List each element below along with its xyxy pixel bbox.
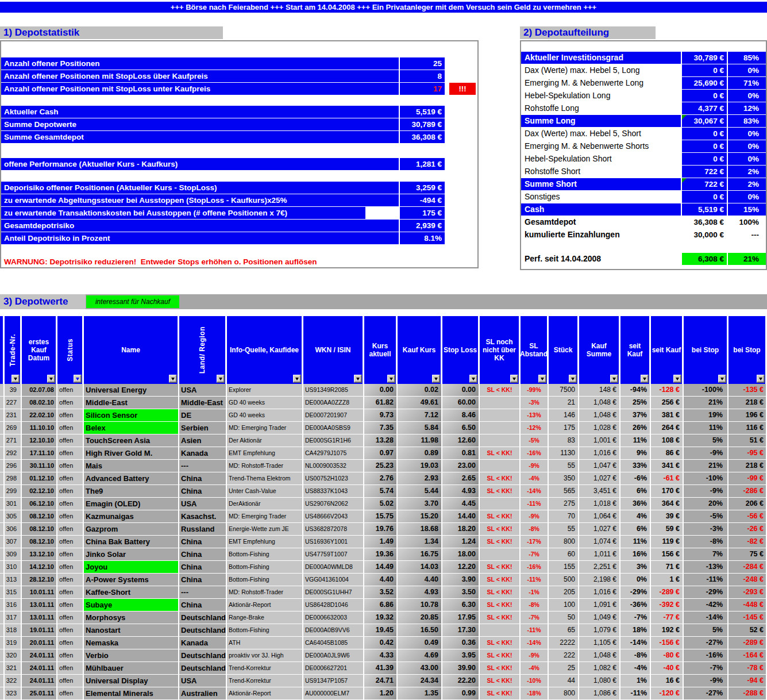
alloc-percent-cell[interactable]: 21% [728, 253, 766, 265]
cell-info-quelle[interactable]: DerAktionär [227, 498, 303, 510]
cell-sl-warnung[interactable]: SL < KK! [480, 384, 521, 397]
cell-bei-stop-pct[interactable]: 7% [684, 548, 729, 561]
cell-bei-stop-eur[interactable]: -82 € [729, 536, 767, 548]
cell-land-region[interactable]: Deutschland [179, 662, 227, 675]
cell-bei-stop-eur[interactable]: -56 € [729, 510, 767, 523]
header-cell-name[interactable]: Name [84, 316, 179, 384]
cell-seit-kauf-eur[interactable]: 170 € [651, 485, 684, 498]
cell-land-region[interactable]: Deutschland [179, 649, 227, 662]
header-cell-sl-warnung[interactable]: SL noch nicht über KK [480, 316, 521, 384]
cell-seit-kauf-eur[interactable]: 256 € [651, 397, 684, 409]
cell-bei-stop-pct[interactable]: -16% [684, 649, 729, 662]
alloc-label-cell[interactable]: Summe Long [521, 115, 681, 127]
alloc-percent-cell[interactable]: 12% [728, 102, 766, 114]
cell-kauf-summe[interactable]: 1,011 € [579, 548, 620, 561]
stat-label-cell[interactable]: Anzahl offener Positionen mit StopLoss u… [1, 83, 399, 95]
header-cell-kauf-summe[interactable]: Kauf Summe [579, 316, 620, 384]
cell-seit-kauf-eur[interactable]: 381 € [651, 409, 684, 422]
alloc-percent-cell[interactable]: 85% [728, 52, 766, 64]
cell-wkn-isin[interactable]: US29076N2062 [303, 498, 364, 510]
cell-bei-stop-eur[interactable]: -94 € [729, 675, 767, 687]
cell-land-region[interactable]: Australien [179, 687, 227, 700]
cell-wkn-isin[interactable]: US91347P1057 [303, 675, 364, 687]
cell-kauf-datum[interactable]: 02.12.10 [22, 485, 57, 498]
cell-sl-warnung[interactable]: SL < KK! [480, 611, 521, 624]
cell-kauf-datum[interactable]: 24.01.11 [22, 662, 57, 675]
alloc-value-cell[interactable]: 30,789 € [682, 52, 727, 64]
cell-seit-kauf-pct[interactable]: -4% [620, 662, 651, 675]
cell-sl-abstand[interactable]: -12% [521, 422, 549, 434]
cell-stop-loss[interactable]: 6.50 [442, 422, 480, 434]
cell-kauf-summe[interactable]: 1,028 € [579, 422, 620, 434]
cell-empty[interactable] [0, 397, 5, 409]
cell-seit-kauf-eur[interactable]: -128 € [651, 384, 684, 397]
cell-seit-kauf-pct[interactable]: -29% [620, 586, 651, 599]
cell-sl-warnung[interactable]: SL < KK! [480, 687, 521, 700]
cell-bei-stop-pct[interactable]: -9% [684, 675, 729, 687]
header-cell-info-quelle[interactable]: Info-Quelle, Kaufidee [227, 316, 303, 384]
alloc-label-cell[interactable]: Rohstoffe Long [521, 102, 681, 114]
cell-stop-loss[interactable]: 0.99 [442, 687, 480, 700]
cell-bei-stop-pct[interactable]: 19% [684, 409, 729, 422]
cell-bei-stop-eur[interactable]: 75 € [729, 548, 767, 561]
alloc-value-cell[interactable]: 4,377 € [682, 102, 727, 114]
cell-kurs-aktuell[interactable]: 4.40 [364, 574, 398, 586]
cell-status[interactable]: offen [57, 637, 84, 649]
cell-seit-kauf-eur[interactable]: 59 € [651, 523, 684, 536]
cell-bei-stop-pct[interactable]: 20% [684, 498, 729, 510]
cell-status[interactable]: offen [57, 460, 84, 472]
cell-stop-loss[interactable]: 12.20 [442, 561, 480, 574]
cell-name[interactable]: Elemental Minerals [84, 687, 179, 700]
cell-wkn-isin[interactable]: AU000000ELM7 [303, 687, 364, 700]
cell-wkn-isin[interactable]: DE0007201907 [303, 409, 364, 422]
cell-kauf-summe[interactable]: 1,074 € [579, 536, 620, 548]
cell-trade-nr[interactable]: 306 [5, 523, 22, 536]
cell-name[interactable]: Jinko Solar [84, 548, 179, 561]
cell-sl-abstand[interactable]: -8% [521, 523, 549, 536]
cell-bei-stop-eur[interactable]: -248 € [729, 574, 767, 586]
cell-stop-loss[interactable]: 12.60 [442, 434, 480, 447]
stat-label-cell[interactable]: zu erwartende Transaktionskosten bei Aus… [1, 207, 365, 219]
cell-stop-loss[interactable]: 60.00 [442, 397, 480, 409]
cell-trade-nr[interactable]: 321 [5, 662, 22, 675]
cell-status[interactable]: offen [57, 447, 84, 460]
filter-dropdown-icon[interactable] [47, 375, 55, 383]
cell-wkn-isin[interactable]: DE0006627201 [303, 662, 364, 675]
cell-empty[interactable] [0, 485, 5, 498]
stat-value-cell[interactable]: 175 € [400, 207, 445, 219]
cell-stueck[interactable]: 350 [549, 472, 579, 485]
cell-land-region[interactable]: China [179, 485, 227, 498]
cell-kauf-kurs[interactable]: 0.89 [398, 447, 442, 460]
cell-kurs-aktuell[interactable]: 19.36 [364, 548, 398, 561]
cell-kurs-aktuell[interactable]: 19.76 [364, 523, 398, 536]
cell-wkn-isin[interactable]: US48666V2043 [303, 510, 364, 523]
cell-seit-kauf-pct[interactable]: 1% [620, 675, 651, 687]
cell-land-region[interactable]: Kanada [179, 637, 227, 649]
cell-trade-nr[interactable]: 316 [5, 599, 22, 611]
stat-label-cell[interactable]: Deporisiko offener Positionen (Aktueller… [1, 182, 399, 194]
cell-kauf-summe[interactable]: 2,198 € [579, 574, 620, 586]
cell-seit-kauf-eur[interactable]: -156 € [651, 637, 684, 649]
cell-stueck[interactable]: 222 [549, 649, 579, 662]
cell-info-quelle[interactable]: Bottom-Fishing [227, 574, 303, 586]
alert-badge[interactable]: !!! [449, 83, 476, 95]
cell-sl-warnung[interactable]: SL < KK! [480, 472, 521, 485]
filter-dropdown-icon[interactable] [718, 375, 726, 383]
cell-empty[interactable] [0, 536, 5, 548]
alloc-percent-cell[interactable]: 2% [728, 178, 766, 190]
cell-name[interactable]: TouchScreen Asia [84, 434, 179, 447]
alloc-value-cell[interactable]: 25,690 € [682, 77, 727, 89]
cell-stueck[interactable]: 800 [549, 687, 579, 700]
cell-sl-warnung[interactable] [480, 434, 521, 447]
cell-kauf-datum[interactable]: 11.10.10 [22, 422, 57, 434]
cell-kauf-summe[interactable]: 1,027 € [579, 523, 620, 536]
cell-kauf-kurs[interactable]: 3.70 [398, 498, 442, 510]
cell-stop-loss[interactable]: 39.90 [442, 662, 480, 675]
cell-kauf-datum[interactable]: 13.12.10 [22, 548, 57, 561]
cell-info-quelle[interactable]: Bottom-Fishing [227, 624, 303, 637]
cell-stueck[interactable]: 155 [549, 561, 579, 574]
alloc-percent-cell[interactable]: 0% [728, 90, 766, 102]
alloc-label-cell[interactable]: Cash [521, 203, 681, 216]
cell-sl-abstand[interactable]: -7% [521, 611, 549, 624]
cell-seit-kauf-eur[interactable]: -77 € [651, 611, 684, 624]
